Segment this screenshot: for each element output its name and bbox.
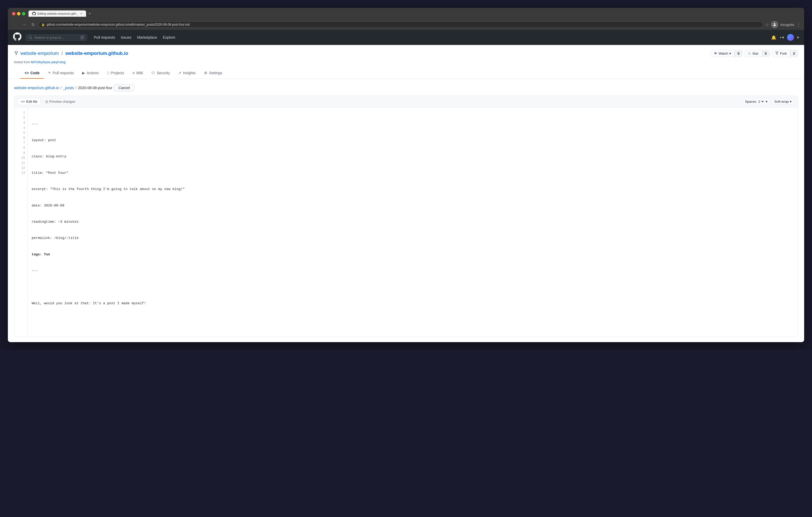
search-input[interactable] bbox=[34, 35, 78, 39]
star-button-group: ☆ Star 0 bbox=[745, 50, 770, 57]
eye-icon: 👁 bbox=[714, 52, 717, 55]
line-num-5: 5 bbox=[19, 131, 25, 136]
spaces-label: Spaces bbox=[745, 99, 756, 103]
github-nav: Pull requests Issues Marketplace Explore bbox=[91, 34, 767, 41]
editor-container: <> Edit file ◎ Preview changes Spaces 2 bbox=[14, 96, 798, 337]
bookmark-icon[interactable]: ☆ bbox=[765, 22, 769, 27]
watch-button-group: 👁 Watch ▾ 0 bbox=[710, 50, 743, 57]
nav-explore[interactable]: Explore bbox=[160, 34, 178, 41]
incognito-label: Incognito bbox=[780, 23, 794, 27]
fork-label: Fork bbox=[780, 52, 787, 55]
code-line-4: title: "Post Four" bbox=[32, 171, 793, 176]
tab-close-icon[interactable]: ✕ bbox=[80, 12, 82, 16]
new-item-button[interactable]: + ▾ bbox=[780, 35, 784, 39]
tab-wiki[interactable]: ≡ Wiki bbox=[128, 68, 147, 79]
softwrap-button[interactable]: Soft wrap ▾ bbox=[772, 98, 794, 105]
forward-button[interactable]: → bbox=[21, 22, 28, 28]
line-num-4: 4 bbox=[19, 126, 25, 131]
refresh-button[interactable]: ↻ bbox=[30, 22, 36, 28]
fork-source-link[interactable]: MrFirthy/basic-jekyll-blog bbox=[31, 60, 66, 64]
fork-count: 2 bbox=[790, 50, 798, 57]
repo-name-left: website-emporium / website-emporium.gith… bbox=[14, 51, 128, 56]
tab-security-label: Security bbox=[157, 71, 170, 75]
edit-file-icon: <> bbox=[21, 99, 25, 103]
new-tab-button[interactable]: + bbox=[87, 11, 93, 17]
line-num-3: 3 bbox=[19, 121, 25, 125]
breadcrumb-sep-1: / bbox=[60, 86, 61, 90]
repo-header: website-emporium / website-emporium.gith… bbox=[8, 45, 804, 79]
notifications-bell-icon[interactable]: 🔔 bbox=[771, 35, 776, 40]
address-bar[interactable]: 🔒 github.com/website-emporium/website-em… bbox=[38, 22, 763, 28]
tab-insights[interactable]: ↗ Insights bbox=[174, 68, 200, 79]
line-num-11: 11 bbox=[19, 161, 25, 166]
spaces-dropdown[interactable]: 2 4 8 bbox=[757, 99, 765, 104]
active-tab[interactable]: Editing website-emporium.gith... ✕ bbox=[29, 10, 86, 17]
repo-name-link[interactable]: website-emporium.github.io bbox=[65, 51, 128, 56]
code-line-2: layout: post bbox=[32, 138, 793, 143]
tab-actions[interactable]: ▶ Actions bbox=[78, 68, 103, 79]
watch-label: Watch bbox=[719, 52, 728, 55]
softwrap-label: Soft wrap bbox=[774, 99, 789, 103]
tab-insights-label: Insights bbox=[183, 71, 196, 75]
user-avatar[interactable] bbox=[771, 21, 778, 28]
editor-options: Spaces 2 4 8 ▾ Soft wrap ▾ bbox=[743, 98, 794, 105]
tab-code-label: Code bbox=[30, 71, 39, 75]
user-profile-avatar[interactable] bbox=[787, 34, 794, 41]
softwrap-chevron-icon: ▾ bbox=[790, 99, 791, 103]
code-line-10: --- bbox=[32, 268, 793, 274]
spaces-select[interactable]: Spaces 2 4 8 ▾ bbox=[743, 98, 770, 105]
tab-title: Editing website-emporium.gith... bbox=[37, 12, 79, 15]
code-textarea[interactable]: --- layout: post class: blog-entry title… bbox=[27, 108, 798, 337]
fork-icon bbox=[775, 51, 779, 56]
back-button[interactable]: ← bbox=[11, 22, 18, 28]
user-chevron-icon: ▾ bbox=[797, 35, 799, 39]
browser-menu-button[interactable]: ⋮ bbox=[796, 22, 801, 27]
watch-count: 0 bbox=[734, 50, 742, 57]
svg-point-0 bbox=[774, 23, 775, 25]
line-num-1: 1 bbox=[19, 111, 25, 116]
star-icon: ☆ bbox=[748, 52, 751, 55]
toolbar-actions: ☆ Incognito ⋮ bbox=[765, 21, 801, 28]
fork-button[interactable]: Fork bbox=[772, 50, 790, 57]
security-icon: 🛡 bbox=[151, 71, 155, 75]
tab-pull-requests[interactable]: ↰ Pull requests bbox=[44, 68, 78, 79]
tab-code[interactable]: <> Code bbox=[21, 68, 44, 79]
line-num-6: 6 bbox=[19, 136, 25, 141]
browser-toolbar: ← → ↻ 🔒 github.com/website-emporium/webs… bbox=[8, 19, 804, 30]
repo-owner-link[interactable]: website-emporium bbox=[21, 51, 59, 56]
minimize-button[interactable] bbox=[17, 12, 21, 16]
breadcrumb-repo-link[interactable]: website-emporium.github.io bbox=[14, 86, 59, 90]
github-logo-icon[interactable] bbox=[13, 32, 22, 42]
code-line-7: readingtime: ~3 minutes bbox=[32, 219, 793, 225]
repo-separator: / bbox=[61, 51, 63, 56]
tab-security[interactable]: 🛡 Security bbox=[147, 68, 174, 79]
tab-settings[interactable]: ⚙ Settings bbox=[200, 68, 227, 79]
watch-button[interactable]: 👁 Watch ▾ bbox=[711, 50, 734, 57]
preview-changes-tab[interactable]: ◎ Preview changes bbox=[42, 98, 79, 105]
github-header: / Pull requests Issues Marketplace Explo… bbox=[8, 30, 804, 45]
code-editor[interactable]: 1 2 3 4 5 6 7 8 9 10 11 12 13 bbox=[14, 108, 798, 337]
editor-tabs: <> Edit file ◎ Preview changes bbox=[18, 98, 79, 105]
breadcrumb-sep-2: / bbox=[75, 86, 77, 90]
code-line-9: tags: fun bbox=[32, 252, 793, 257]
star-button[interactable]: ☆ Star bbox=[745, 50, 762, 57]
plus-icon: + bbox=[780, 35, 782, 39]
maximize-button[interactable] bbox=[22, 12, 25, 16]
line-num-2: 2 bbox=[19, 116, 25, 121]
nav-marketplace[interactable]: Marketplace bbox=[135, 34, 160, 41]
repo-tabs: <> Code ↰ Pull requests ▶ Actions □ Proj… bbox=[14, 68, 798, 79]
edit-file-tab[interactable]: <> Edit file bbox=[18, 98, 41, 105]
line-numbers: 1 2 3 4 5 6 7 8 9 10 11 12 13 bbox=[14, 108, 27, 337]
line-num-13: 13 bbox=[19, 171, 25, 176]
nav-pull-requests[interactable]: Pull requests bbox=[91, 34, 118, 41]
close-button[interactable] bbox=[12, 12, 16, 16]
breadcrumb: website-emporium.github.io / _posts / 20… bbox=[14, 84, 798, 91]
nav-issues[interactable]: Issues bbox=[118, 34, 134, 41]
github-search[interactable]: / bbox=[26, 34, 87, 41]
edit-file-label: Edit file bbox=[26, 99, 37, 103]
tab-projects[interactable]: □ Projects bbox=[103, 68, 128, 79]
fork-button-group: Fork 2 bbox=[772, 50, 798, 57]
breadcrumb-posts-link[interactable]: _posts bbox=[63, 86, 74, 90]
cancel-button[interactable]: Cancel bbox=[114, 84, 135, 91]
main-content: website-emporium.github.io / _posts / 20… bbox=[8, 79, 804, 342]
